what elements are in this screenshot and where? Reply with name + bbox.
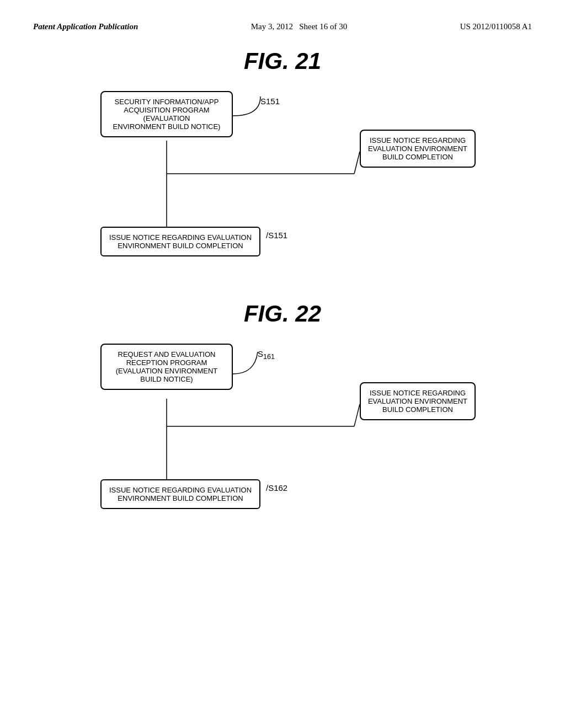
header-date: May 3, 2012 [251, 22, 293, 31]
fig22-flowchart: REQUEST AND EVALUATIONRECEPTION PROGRAM(… [89, 344, 476, 520]
header-sheet: Sheet 16 of 30 [299, 22, 347, 31]
patent-number: US 2012/0110058 A1 [460, 22, 532, 31]
fig21-box2: ISSUE NOTICE REGARDINGEVALUATION ENVIRON… [360, 130, 476, 168]
fig22-s161-text: S161 [258, 349, 275, 358]
fig21-box1-text: SECURITY INFORMATION/APPACQUISITION PROG… [113, 98, 221, 131]
sheet-info: May 3, 2012 Sheet 16 of 30 [251, 22, 348, 31]
fig22-box1: REQUEST AND EVALUATIONRECEPTION PROGRAM(… [100, 344, 233, 390]
fig22-title: FIG. 22 [33, 301, 532, 327]
svg-line-9 [354, 404, 360, 426]
fig22-s161-label: S161 [258, 349, 275, 361]
header: Patent Application Publication May 3, 20… [33, 22, 532, 31]
fig22-box2: ISSUE NOTICE REGARDINGEVALUATION ENVIRON… [360, 382, 476, 420]
fig21-s151-label: S151 [260, 97, 280, 106]
fig22-box1-text: REQUEST AND EVALUATIONRECEPTION PROGRAM(… [116, 350, 217, 383]
svg-line-4 [354, 152, 360, 174]
fig21-s152-label: /S151 [266, 231, 287, 240]
fig21-box3-text: ISSUE NOTICE REGARDING EVALUATIONENVIRON… [109, 233, 252, 250]
fig21-box2-text: ISSUE NOTICE REGARDINGEVALUATION ENVIRON… [368, 136, 467, 161]
publication-label: Patent Application Publication [33, 22, 138, 31]
fig22-box3-text: ISSUE NOTICE REGARDING EVALUATIONENVIRON… [109, 486, 252, 502]
fig22-section: FIG. 22 REQUEST AND EVALUATIONRECEPTION … [33, 301, 532, 520]
fig22-s162-label: /S162 [266, 483, 287, 493]
fig22-box3: ISSUE NOTICE REGARDING EVALUATIONENVIRON… [100, 479, 260, 509]
fig21-box3: ISSUE NOTICE REGARDING EVALUATIONENVIRON… [100, 227, 260, 256]
fig21-title: FIG. 21 [33, 48, 532, 74]
fig21-box1: SECURITY INFORMATION/APPACQUISITION PROG… [100, 91, 233, 137]
fig21-flowchart: SECURITY INFORMATION/APPACQUISITION PROG… [89, 91, 476, 267]
fig21-section: FIG. 21 SECURITY INFORMATION/APPACQUISIT… [33, 48, 532, 267]
fig22-box2-text: ISSUE NOTICE REGARDINGEVALUATION ENVIRON… [368, 389, 467, 414]
page: Patent Application Publication May 3, 20… [0, 0, 565, 728]
fig22-s162-text: /S162 [266, 483, 287, 493]
